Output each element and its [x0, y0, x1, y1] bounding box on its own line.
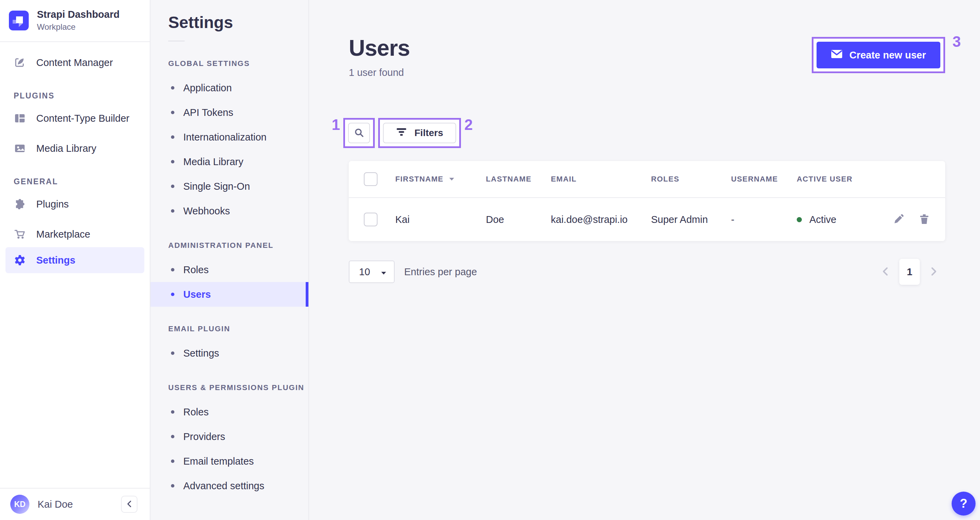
chevron-down-icon — [381, 266, 387, 278]
table-row[interactable]: Kai Doe kai.doe@strapi.io Super Admin - … — [349, 197, 945, 241]
delete-user-button[interactable] — [919, 214, 929, 226]
sidebar-item-label: Marketplace — [36, 229, 90, 240]
row-checkbox[interactable] — [364, 213, 377, 226]
strapi-admin-app: Strapi Dashboard Workplace Content Manag… — [0, 0, 980, 520]
subnav-section-administration-panel: ADMINISTRATION PANEL Roles Users — [150, 241, 309, 307]
cell-active-status: Active — [797, 214, 882, 225]
annotation-wrapper-3: Create new user 3 — [812, 37, 945, 73]
column-header-firstname[interactable]: FIRSTNAME — [395, 175, 486, 184]
page-size-group: 10 Entries per page — [349, 261, 477, 283]
main-sidebar: Strapi Dashboard Workplace Content Manag… — [0, 0, 150, 520]
subnav-item-label: Single Sign-On — [183, 181, 250, 192]
column-header-email[interactable]: EMAIL — [551, 175, 651, 184]
sidebar-item-content-type-builder[interactable]: Content-Type Builder — [0, 105, 150, 131]
bullet-icon — [171, 184, 174, 188]
cell-roles: Super Admin — [651, 214, 731, 225]
column-header-label: FIRSTNAME — [395, 175, 444, 184]
next-page-button[interactable] — [930, 267, 938, 277]
row-actions-cell — [882, 214, 945, 226]
annotation-box-3: Create new user — [812, 37, 945, 73]
chevron-left-icon — [126, 500, 133, 509]
subnav-section-email-plugin: EMAIL PLUGIN Settings — [150, 324, 309, 366]
column-header-active-user[interactable]: ACTIVE USER — [797, 175, 882, 184]
subnav-item-application[interactable]: Application — [150, 76, 309, 100]
entries-per-page-label: Entries per page — [404, 266, 477, 278]
page-title: Users — [349, 35, 410, 61]
sidebar-item-media-library[interactable]: Media Library — [0, 135, 150, 161]
subnav-item-media-library[interactable]: Media Library — [150, 149, 309, 174]
sidebar-footer: KD Kai Doe — [0, 488, 150, 520]
subnav-item-internationalization[interactable]: Internationalization — [150, 125, 309, 149]
column-header-label: EMAIL — [551, 175, 576, 184]
settings-subnav: Settings GLOBAL SETTINGS Application API… — [150, 0, 309, 520]
bullet-icon — [171, 86, 174, 89]
create-new-user-button[interactable]: Create new user — [816, 42, 940, 68]
chevron-left-icon — [881, 267, 889, 277]
nav-section-general: GENERAL — [14, 177, 136, 186]
avatar: KD — [10, 495, 29, 514]
page-size-select[interactable]: 10 — [349, 261, 395, 283]
bullet-icon — [171, 293, 174, 296]
annotation-label-2: 2 — [465, 117, 473, 132]
bullet-icon — [171, 209, 174, 213]
sidebar-item-settings[interactable]: Settings — [5, 247, 144, 273]
bullet-icon — [171, 435, 174, 438]
pagination-bar: 10 Entries per page 1 — [349, 259, 945, 285]
sidebar-item-content-manager[interactable]: Content Manager — [0, 49, 150, 76]
column-header-label: USERNAME — [731, 175, 778, 184]
bullet-icon — [171, 351, 174, 355]
subnav-section-users-permissions-plugin: USERS & PERMISSIONS PLUGIN Roles Provide… — [150, 383, 309, 498]
bullet-icon — [171, 410, 174, 413]
column-header-username[interactable]: USERNAME — [731, 175, 797, 184]
subnav-item-label: Providers — [183, 431, 225, 442]
cell-lastname: Doe — [486, 214, 551, 225]
subnav-section-title: USERS & PERMISSIONS PLUGIN — [150, 383, 309, 392]
subnav-item-up-roles[interactable]: Roles — [150, 400, 309, 424]
collapse-sidebar-button[interactable] — [121, 496, 137, 513]
cell-firstname: Kai — [395, 214, 486, 225]
bullet-icon — [171, 484, 174, 488]
subnav-item-single-sign-on[interactable]: Single Sign-On — [150, 174, 309, 199]
subnav-item-label: Email templates — [183, 456, 254, 467]
users-count: 1 user found — [349, 67, 410, 78]
previous-page-button[interactable] — [881, 267, 889, 277]
filters-button[interactable]: Filters — [383, 123, 456, 143]
subnav-section-title: EMAIL PLUGIN — [150, 324, 309, 333]
search-button[interactable] — [348, 123, 370, 143]
sort-descending-icon — [449, 177, 455, 181]
help-button[interactable]: ? — [951, 491, 975, 515]
sidebar-item-plugins[interactable]: Plugins — [0, 191, 150, 217]
annotation-box-1 — [343, 118, 375, 148]
chevron-right-icon — [930, 267, 938, 277]
subnav-item-api-tokens[interactable]: API Tokens — [150, 100, 309, 125]
status-badge: Active — [797, 214, 836, 225]
bullet-icon — [171, 460, 174, 463]
subnav-item-label: Application — [183, 83, 232, 94]
subnav-item-admin-roles[interactable]: Roles — [150, 258, 309, 282]
column-header-roles[interactable]: ROLES — [651, 175, 731, 184]
subnav-item-admin-users[interactable]: Users — [150, 282, 309, 307]
subnav-item-providers[interactable]: Providers — [150, 424, 309, 449]
strapi-logo-icon — [9, 11, 29, 30]
annotation-label-3: 3 — [953, 34, 961, 49]
workspace-switcher[interactable]: Strapi Dashboard Workplace — [0, 0, 150, 42]
header-checkbox-cell — [349, 172, 395, 186]
workspace-title: Strapi Dashboard — [37, 9, 120, 20]
page-1-button[interactable]: 1 — [899, 259, 920, 285]
subnav-item-email-templates[interactable]: Email templates — [150, 449, 309, 474]
subnav-item-email-settings[interactable]: Settings — [150, 341, 309, 366]
subnav-item-label: Roles — [183, 407, 208, 418]
select-all-checkbox[interactable] — [364, 172, 377, 186]
filter-icon — [396, 127, 407, 139]
sidebar-item-marketplace[interactable]: Marketplace — [0, 221, 150, 247]
envelope-icon — [831, 49, 843, 61]
sidebar-nav: Content Manager PLUGINS Content-Type Bui… — [0, 42, 150, 488]
column-header-lastname[interactable]: LASTNAME — [486, 175, 551, 184]
subnav-section-title: GLOBAL SETTINGS — [150, 59, 309, 68]
user-menu[interactable]: KD Kai Doe — [10, 495, 73, 514]
subnav-item-advanced-settings[interactable]: Advanced settings — [150, 474, 309, 498]
users-table: FIRSTNAME LASTNAME EMAIL ROLES USERNAME … — [349, 161, 945, 241]
subnav-item-webhooks[interactable]: Webhooks — [150, 199, 309, 223]
trash-icon — [919, 214, 929, 226]
edit-user-button[interactable] — [893, 214, 904, 226]
